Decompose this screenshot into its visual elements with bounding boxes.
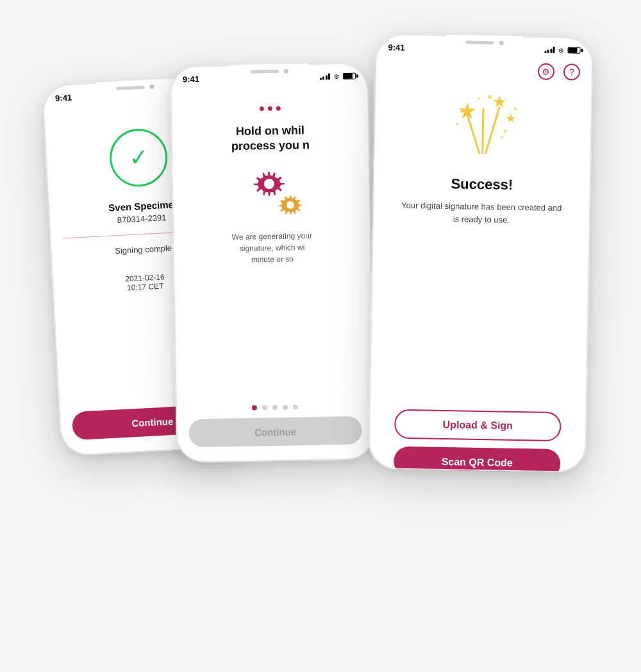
signing-complete-text: Signing comple <box>115 243 172 256</box>
time-2: 9:41 <box>183 74 199 83</box>
svg-line-10 <box>483 108 483 153</box>
speaker-3 <box>465 40 494 44</box>
page-dot-5 <box>293 404 298 409</box>
hold-on-title: Hold on whilprocess you n <box>224 122 316 154</box>
svg-point-5 <box>488 95 492 99</box>
phone-processing: 9:41 ⊛ Hold on whilprocess you n <box>170 62 376 463</box>
scan-qr-label: Scan QR Code <box>442 455 513 468</box>
svg-marker-4 <box>506 113 515 122</box>
page-dot-4 <box>283 404 288 409</box>
phone-success: 9:41 ⊛ ⚙ ? <box>368 33 594 473</box>
camera-1 <box>149 84 154 88</box>
dot-3 <box>276 106 280 110</box>
status-icons-2: ⊛ <box>319 72 356 80</box>
success-circle: ✓ <box>108 127 169 188</box>
camera-2 <box>283 69 288 73</box>
wifi-icon-2: ⊛ <box>334 72 339 79</box>
page-dot-3 <box>272 404 278 409</box>
svg-line-11 <box>486 107 499 153</box>
svg-marker-3 <box>493 95 506 107</box>
status-icons-3: ⊛ <box>544 46 581 54</box>
user-id: 870314-2391 <box>117 213 166 225</box>
svg-point-7 <box>456 122 458 125</box>
checkmark-icon: ✓ <box>128 145 149 170</box>
phone2-content: Hold on whilprocess you n <box>170 85 375 463</box>
user-name: Sven Specime <box>108 199 174 213</box>
upload-sign-button[interactable]: Upload & Sign <box>394 409 562 441</box>
camera-3 <box>499 40 503 44</box>
time-1: 9:41 <box>55 92 72 102</box>
battery-icon-2 <box>343 72 356 79</box>
notch-3 <box>446 35 523 50</box>
upload-sign-label: Upload & Sign <box>442 419 513 432</box>
svg-point-14 <box>501 136 503 138</box>
success-desc: Your digital signature has been created … <box>385 199 578 227</box>
dot-2 <box>267 106 272 110</box>
continue-button-2: Continue <box>188 416 362 447</box>
page-dot-2 <box>262 405 267 410</box>
wifi-icon-3: ⊛ <box>558 46 563 53</box>
fireworks-svg <box>440 88 525 166</box>
speaker-1 <box>116 85 144 90</box>
settings-icon[interactable]: ⚙ <box>538 63 554 79</box>
help-icon[interactable]: ? <box>563 63 580 80</box>
speaker-2 <box>250 69 278 73</box>
phone3-content: Success! Your digital signature has been… <box>368 81 593 473</box>
dot-1 <box>259 106 263 111</box>
signal-icon-3 <box>544 46 555 53</box>
svg-point-8 <box>504 129 507 133</box>
page-dot-1 <box>252 405 257 410</box>
svg-point-13 <box>478 97 480 99</box>
top-action-icons: ⚙ ? <box>375 56 594 85</box>
scene: 9:41 ⊛ ✓ Sven Specime 870314-2391 Signin… <box>32 29 609 644</box>
loading-dots <box>259 106 280 111</box>
time-3: 9:41 <box>388 42 404 51</box>
svg-line-9 <box>467 114 480 152</box>
timestamp: 2021-02-16 10:17 CET <box>125 272 165 292</box>
timestamp-time: 10:17 CET <box>126 281 165 292</box>
notch-2 <box>231 63 308 79</box>
svg-point-6 <box>513 107 517 110</box>
fireworks-illustration <box>440 88 525 166</box>
gears-illustration <box>242 166 300 218</box>
continue-label-1: Continue <box>131 415 174 428</box>
pagination-dots <box>252 404 298 410</box>
scan-qr-button[interactable]: Scan QR Code <box>394 446 561 472</box>
generating-text: We are generating yoursignature, which w… <box>219 229 326 266</box>
success-title: Success! <box>451 176 513 193</box>
continue-label-2: Continue <box>254 425 296 437</box>
battery-icon-3 <box>567 47 580 53</box>
signal-icon-2 <box>319 73 330 79</box>
gears-svg <box>242 165 307 224</box>
